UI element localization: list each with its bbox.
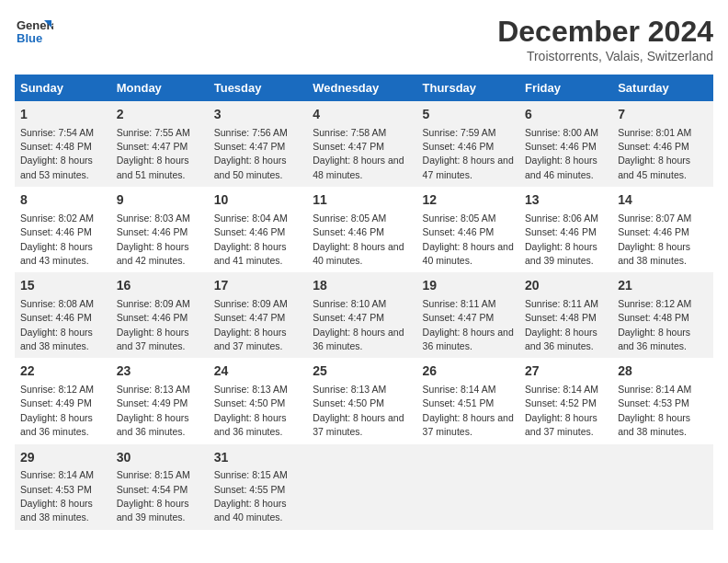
day-cell: 24Sunrise: 8:13 AMSunset: 4:50 PMDayligh…	[209, 358, 308, 443]
day-number: 24	[214, 362, 302, 381]
cell-info: Sunrise: 7:58 AMSunset: 4:47 PMDaylight:…	[313, 127, 404, 180]
day-number: 11	[313, 191, 411, 210]
day-number: 29	[20, 449, 106, 467]
cell-info: Sunrise: 8:07 AMSunset: 4:46 PMDaylight:…	[618, 213, 691, 266]
day-cell: 22Sunrise: 8:12 AMSunset: 4:49 PMDayligh…	[15, 358, 111, 443]
day-cell: 2Sunrise: 7:55 AMSunset: 4:47 PMDaylight…	[111, 101, 209, 187]
day-number: 22	[20, 362, 106, 381]
day-number: 26	[423, 362, 514, 381]
title-area: December 2024 Troistorrents, Valais, Swi…	[497, 15, 713, 63]
cell-info: Sunrise: 8:02 AMSunset: 4:46 PMDaylight:…	[20, 213, 94, 266]
day-number: 19	[423, 277, 514, 295]
day-cell: 27Sunrise: 8:14 AMSunset: 4:52 PMDayligh…	[519, 358, 612, 443]
day-cell	[612, 444, 713, 530]
day-number: 25	[313, 362, 411, 381]
day-number: 6	[525, 106, 607, 124]
day-cell: 29Sunrise: 8:14 AMSunset: 4:53 PMDayligh…	[15, 444, 111, 530]
cell-info: Sunrise: 8:05 AMSunset: 4:46 PMDaylight:…	[423, 213, 514, 266]
week-row-5: 29Sunrise: 8:14 AMSunset: 4:53 PMDayligh…	[15, 444, 713, 530]
subtitle: Troistorrents, Valais, Switzerland	[497, 49, 713, 63]
day-cell: 1Sunrise: 7:54 AMSunset: 4:48 PMDaylight…	[15, 101, 111, 187]
day-number: 2	[117, 106, 203, 124]
day-cell: 30Sunrise: 8:15 AMSunset: 4:54 PMDayligh…	[111, 444, 209, 530]
day-cell: 6Sunrise: 8:00 AMSunset: 4:46 PMDaylight…	[519, 101, 612, 187]
cell-info: Sunrise: 7:59 AMSunset: 4:46 PMDaylight:…	[423, 127, 514, 180]
day-number: 20	[525, 277, 607, 295]
cell-info: Sunrise: 8:09 AMSunset: 4:46 PMDaylight:…	[117, 298, 190, 351]
day-number: 8	[20, 191, 106, 210]
cell-info: Sunrise: 8:00 AMSunset: 4:46 PMDaylight:…	[525, 127, 598, 180]
day-cell: 4Sunrise: 7:58 AMSunset: 4:47 PMDaylight…	[307, 101, 416, 187]
day-cell: 19Sunrise: 8:11 AMSunset: 4:47 PMDayligh…	[417, 272, 519, 358]
day-cell: 23Sunrise: 8:13 AMSunset: 4:49 PMDayligh…	[111, 358, 209, 443]
day-cell: 18Sunrise: 8:10 AMSunset: 4:47 PMDayligh…	[307, 272, 416, 358]
col-header-friday: Friday	[519, 75, 612, 101]
day-cell: 7Sunrise: 8:01 AMSunset: 4:46 PMDaylight…	[612, 101, 713, 187]
day-cell	[307, 444, 416, 530]
calendar-table: SundayMondayTuesdayWednesdayThursdayFrid…	[15, 75, 713, 530]
week-row-4: 22Sunrise: 8:12 AMSunset: 4:49 PMDayligh…	[15, 358, 713, 443]
day-number: 21	[618, 277, 708, 295]
cell-info: Sunrise: 7:56 AMSunset: 4:47 PMDaylight:…	[214, 127, 288, 180]
cell-info: Sunrise: 8:05 AMSunset: 4:46 PMDaylight:…	[313, 213, 404, 266]
day-number: 3	[214, 106, 302, 124]
day-cell: 13Sunrise: 8:06 AMSunset: 4:46 PMDayligh…	[519, 187, 612, 272]
day-number: 7	[618, 106, 708, 124]
day-number: 10	[214, 191, 302, 210]
day-cell: 31Sunrise: 8:15 AMSunset: 4:55 PMDayligh…	[209, 444, 308, 530]
day-cell	[519, 444, 612, 530]
col-header-thursday: Thursday	[417, 75, 519, 101]
cell-info: Sunrise: 8:14 AMSunset: 4:51 PMDaylight:…	[423, 384, 514, 437]
day-cell: 20Sunrise: 8:11 AMSunset: 4:48 PMDayligh…	[519, 272, 612, 358]
week-row-1: 1Sunrise: 7:54 AMSunset: 4:48 PMDaylight…	[15, 101, 713, 187]
day-cell: 3Sunrise: 7:56 AMSunset: 4:47 PMDaylight…	[209, 101, 308, 187]
day-cell: 25Sunrise: 8:13 AMSunset: 4:50 PMDayligh…	[307, 358, 416, 443]
col-header-wednesday: Wednesday	[307, 75, 416, 101]
col-header-sunday: Sunday	[15, 75, 111, 101]
day-number: 17	[214, 277, 302, 295]
cell-info: Sunrise: 8:13 AMSunset: 4:50 PMDaylight:…	[214, 384, 288, 437]
cell-info: Sunrise: 8:14 AMSunset: 4:52 PMDaylight:…	[525, 384, 598, 437]
day-number: 27	[525, 362, 607, 381]
day-number: 4	[313, 106, 411, 124]
day-number: 15	[20, 277, 106, 295]
cell-info: Sunrise: 8:15 AMSunset: 4:55 PMDaylight:…	[214, 469, 288, 523]
svg-text:Blue: Blue	[17, 31, 42, 45]
day-number: 9	[117, 191, 203, 210]
cell-info: Sunrise: 7:54 AMSunset: 4:48 PMDaylight:…	[20, 127, 94, 180]
day-cell: 12Sunrise: 8:05 AMSunset: 4:46 PMDayligh…	[417, 187, 519, 272]
day-number: 31	[214, 449, 302, 467]
cell-info: Sunrise: 8:04 AMSunset: 4:46 PMDaylight:…	[214, 213, 288, 266]
col-header-monday: Monday	[111, 75, 209, 101]
week-row-2: 8Sunrise: 8:02 AMSunset: 4:46 PMDaylight…	[15, 187, 713, 272]
day-number: 14	[618, 191, 708, 210]
col-header-tuesday: Tuesday	[209, 75, 308, 101]
logo: General Blue	[15, 15, 53, 53]
main-title: December 2024	[497, 15, 713, 49]
day-cell: 5Sunrise: 7:59 AMSunset: 4:46 PMDaylight…	[417, 101, 519, 187]
cell-info: Sunrise: 8:09 AMSunset: 4:47 PMDaylight:…	[214, 298, 288, 351]
day-cell: 10Sunrise: 8:04 AMSunset: 4:46 PMDayligh…	[209, 187, 308, 272]
cell-info: Sunrise: 8:13 AMSunset: 4:49 PMDaylight:…	[117, 384, 190, 437]
day-number: 28	[618, 362, 708, 381]
day-cell: 9Sunrise: 8:03 AMSunset: 4:46 PMDaylight…	[111, 187, 209, 272]
day-cell: 26Sunrise: 8:14 AMSunset: 4:51 PMDayligh…	[417, 358, 519, 443]
cell-info: Sunrise: 8:13 AMSunset: 4:50 PMDaylight:…	[313, 384, 404, 437]
day-number: 30	[117, 449, 203, 467]
day-cell: 17Sunrise: 8:09 AMSunset: 4:47 PMDayligh…	[209, 272, 308, 358]
col-header-saturday: Saturday	[612, 75, 713, 101]
day-number: 18	[313, 277, 411, 295]
day-number: 5	[423, 106, 514, 124]
cell-info: Sunrise: 8:15 AMSunset: 4:54 PMDaylight:…	[117, 469, 190, 523]
header-row: SundayMondayTuesdayWednesdayThursdayFrid…	[15, 75, 713, 101]
day-number: 16	[117, 277, 203, 295]
day-cell: 21Sunrise: 8:12 AMSunset: 4:48 PMDayligh…	[612, 272, 713, 358]
cell-info: Sunrise: 7:55 AMSunset: 4:47 PMDaylight:…	[117, 127, 190, 180]
week-row-3: 15Sunrise: 8:08 AMSunset: 4:46 PMDayligh…	[15, 272, 713, 358]
day-cell: 14Sunrise: 8:07 AMSunset: 4:46 PMDayligh…	[612, 187, 713, 272]
day-number: 23	[117, 362, 203, 381]
day-cell: 28Sunrise: 8:14 AMSunset: 4:53 PMDayligh…	[612, 358, 713, 443]
day-cell: 11Sunrise: 8:05 AMSunset: 4:46 PMDayligh…	[307, 187, 416, 272]
day-cell: 8Sunrise: 8:02 AMSunset: 4:46 PMDaylight…	[15, 187, 111, 272]
cell-info: Sunrise: 8:08 AMSunset: 4:46 PMDaylight:…	[20, 298, 94, 351]
